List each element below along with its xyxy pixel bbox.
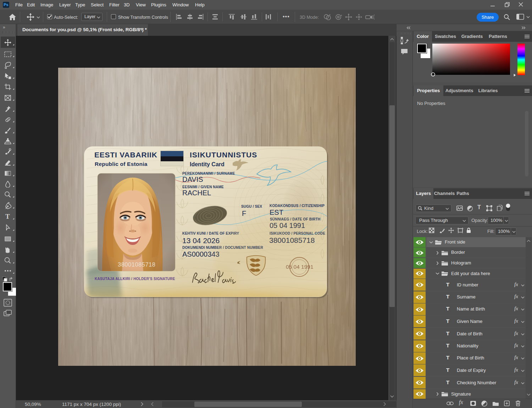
svg-text:EESTI VABARIIK: EESTI VABARIIK <box>94 151 157 159</box>
svg-text:EESNIMI / GIVEN NAME: EESNIMI / GIVEN NAME <box>182 185 224 189</box>
svg-text:13 04 2026: 13 04 2026 <box>182 236 220 245</box>
svg-text:DAVIS: DAVIS <box>182 175 203 183</box>
svg-text:F: F <box>242 209 246 217</box>
svg-text:AS0000343: AS0000343 <box>182 250 220 258</box>
svg-text:EST: EST <box>270 208 283 216</box>
svg-text:T: T <box>5 213 10 220</box>
svg-text:PEREKONNANIMI / SURNAME: PEREKONNANIMI / SURNAME <box>182 172 235 175</box>
svg-text:38001085718: 38001085718 <box>118 261 155 268</box>
svg-text:Identity Card: Identity Card <box>190 161 225 167</box>
svg-text:KODAKONDSUS / CITIZENSHIP: KODAKONDSUS / CITIZENSHIP <box>270 204 325 208</box>
svg-text:Republic of Estonia: Republic of Estonia <box>95 161 148 167</box>
svg-text:SUGU / SEX: SUGU / SEX <box>241 205 262 208</box>
svg-text:RACHEL: RACHEL <box>182 189 211 197</box>
svg-text:ISIKUTUNNISTUS: ISIKUTUNNISTUS <box>190 151 257 159</box>
